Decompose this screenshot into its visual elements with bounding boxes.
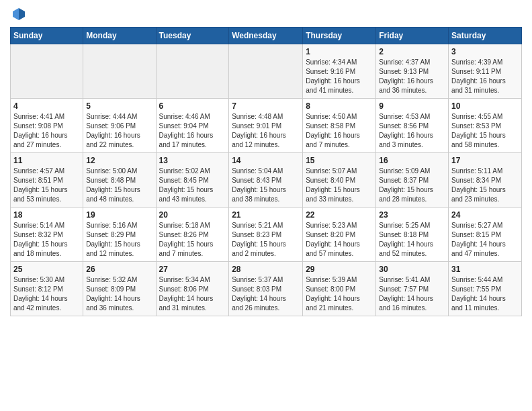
day-number: 16	[379, 156, 445, 165]
calendar-cell: 16Sunrise: 5:09 AM Sunset: 8:37 PM Dayli…	[376, 153, 449, 208]
day-info: Sunrise: 5:14 AM Sunset: 8:32 PM Dayligh…	[13, 221, 80, 259]
weekday-thursday: Thursday	[303, 28, 376, 44]
day-number: 7	[232, 101, 300, 111]
day-number: 30	[379, 265, 445, 274]
day-info: Sunrise: 5:25 AM Sunset: 8:18 PM Dayligh…	[379, 221, 445, 259]
day-info: Sunrise: 5:37 AM Sunset: 8:03 PM Dayligh…	[232, 275, 300, 313]
day-number: 17	[451, 156, 519, 165]
day-number: 9	[379, 101, 445, 111]
weekday-friday: Friday	[376, 28, 449, 44]
calendar-cell: 24Sunrise: 5:27 AM Sunset: 8:15 PM Dayli…	[449, 208, 522, 262]
calendar-cell: 2Sunrise: 4:37 AM Sunset: 9:13 PM Daylig…	[376, 44, 449, 99]
day-number: 22	[306, 210, 373, 220]
day-number: 25	[13, 265, 80, 274]
day-info: Sunrise: 5:04 AM Sunset: 8:43 PM Dayligh…	[232, 167, 300, 204]
day-number: 27	[159, 265, 226, 274]
calendar-cell: 6Sunrise: 4:46 AM Sunset: 9:04 PM Daylig…	[156, 99, 229, 153]
calendar-cell	[156, 44, 229, 99]
day-number: 14	[232, 156, 300, 165]
calendar-cell: 7Sunrise: 4:48 AM Sunset: 9:01 PM Daylig…	[229, 99, 303, 153]
calendar-cell: 26Sunrise: 5:32 AM Sunset: 8:09 PM Dayli…	[83, 262, 156, 316]
calendar-cell: 31Sunrise: 5:44 AM Sunset: 7:55 PM Dayli…	[449, 262, 522, 316]
day-info: Sunrise: 5:11 AM Sunset: 8:34 PM Dayligh…	[451, 167, 519, 204]
weekday-tuesday: Tuesday	[156, 28, 229, 44]
logo	[10, 7, 26, 21]
calendar-cell	[83, 44, 156, 99]
logo-flag-icon	[11, 7, 26, 21]
day-info: Sunrise: 4:57 AM Sunset: 8:51 PM Dayligh…	[13, 167, 80, 204]
calendar-cell: 21Sunrise: 5:21 AM Sunset: 8:23 PM Dayli…	[229, 208, 303, 262]
day-number: 21	[232, 210, 300, 220]
day-number: 29	[306, 265, 373, 274]
weekday-wednesday: Wednesday	[229, 28, 303, 44]
day-info: Sunrise: 5:34 AM Sunset: 8:06 PM Dayligh…	[159, 275, 226, 313]
day-info: Sunrise: 5:44 AM Sunset: 7:55 PM Dayligh…	[451, 275, 519, 313]
calendar-cell: 1Sunrise: 4:34 AM Sunset: 9:16 PM Daylig…	[303, 44, 376, 99]
day-number: 10	[451, 101, 519, 111]
calendar-cell: 9Sunrise: 4:53 AM Sunset: 8:56 PM Daylig…	[376, 99, 449, 153]
calendar-cell: 17Sunrise: 5:11 AM Sunset: 8:34 PM Dayli…	[449, 153, 522, 208]
day-info: Sunrise: 5:23 AM Sunset: 8:20 PM Dayligh…	[306, 221, 373, 259]
calendar-cell: 4Sunrise: 4:41 AM Sunset: 9:08 PM Daylig…	[11, 99, 83, 153]
calendar-cell: 22Sunrise: 5:23 AM Sunset: 8:20 PM Dayli…	[303, 208, 376, 262]
calendar-cell: 14Sunrise: 5:04 AM Sunset: 8:43 PM Dayli…	[229, 153, 303, 208]
calendar-cell: 12Sunrise: 5:00 AM Sunset: 8:48 PM Dayli…	[83, 153, 156, 208]
week-row-4: 18Sunrise: 5:14 AM Sunset: 8:32 PM Dayli…	[11, 208, 522, 262]
day-info: Sunrise: 5:16 AM Sunset: 8:29 PM Dayligh…	[86, 221, 152, 259]
weekday-header-row: SundayMondayTuesdayWednesdayThursdayFrid…	[11, 28, 522, 44]
day-info: Sunrise: 4:55 AM Sunset: 8:53 PM Dayligh…	[451, 112, 519, 150]
day-number: 19	[86, 210, 152, 220]
calendar-cell	[11, 44, 83, 99]
day-info: Sunrise: 5:27 AM Sunset: 8:15 PM Dayligh…	[451, 221, 519, 259]
day-number: 4	[13, 101, 80, 111]
day-info: Sunrise: 5:21 AM Sunset: 8:23 PM Dayligh…	[232, 221, 300, 259]
calendar-cell: 3Sunrise: 4:39 AM Sunset: 9:11 PM Daylig…	[449, 44, 522, 99]
calendar-cell: 29Sunrise: 5:39 AM Sunset: 8:00 PM Dayli…	[303, 262, 376, 316]
day-info: Sunrise: 4:39 AM Sunset: 9:11 PM Dayligh…	[451, 58, 519, 95]
week-row-1: 1Sunrise: 4:34 AM Sunset: 9:16 PM Daylig…	[11, 44, 522, 99]
day-info: Sunrise: 4:53 AM Sunset: 8:56 PM Dayligh…	[379, 112, 445, 150]
calendar-cell	[229, 44, 303, 99]
day-info: Sunrise: 4:44 AM Sunset: 9:06 PM Dayligh…	[86, 112, 152, 150]
day-number: 2	[379, 47, 445, 56]
calendar-cell: 11Sunrise: 4:57 AM Sunset: 8:51 PM Dayli…	[11, 153, 83, 208]
day-number: 24	[451, 210, 519, 220]
calendar-cell: 15Sunrise: 5:07 AM Sunset: 8:40 PM Dayli…	[303, 153, 376, 208]
svg-marker-0	[19, 8, 25, 20]
day-info: Sunrise: 5:07 AM Sunset: 8:40 PM Dayligh…	[306, 167, 373, 204]
day-info: Sunrise: 5:00 AM Sunset: 8:48 PM Dayligh…	[86, 167, 152, 204]
calendar-cell: 27Sunrise: 5:34 AM Sunset: 8:06 PM Dayli…	[156, 262, 229, 316]
day-info: Sunrise: 5:30 AM Sunset: 8:12 PM Dayligh…	[13, 275, 80, 313]
day-number: 13	[159, 156, 226, 165]
calendar-cell: 5Sunrise: 4:44 AM Sunset: 9:06 PM Daylig…	[83, 99, 156, 153]
calendar-cell: 23Sunrise: 5:25 AM Sunset: 8:18 PM Dayli…	[376, 208, 449, 262]
day-number: 5	[86, 101, 152, 111]
day-number: 23	[379, 210, 445, 220]
calendar-cell: 10Sunrise: 4:55 AM Sunset: 8:53 PM Dayli…	[449, 99, 522, 153]
day-number: 8	[306, 101, 373, 111]
day-info: Sunrise: 4:37 AM Sunset: 9:13 PM Dayligh…	[379, 58, 445, 95]
day-number: 31	[451, 265, 519, 274]
day-info: Sunrise: 5:18 AM Sunset: 8:26 PM Dayligh…	[159, 221, 226, 259]
day-number: 1	[306, 47, 373, 56]
calendar-cell: 25Sunrise: 5:30 AM Sunset: 8:12 PM Dayli…	[11, 262, 83, 316]
day-number: 6	[159, 101, 226, 111]
calendar-table: SundayMondayTuesdayWednesdayThursdayFrid…	[10, 27, 522, 316]
day-info: Sunrise: 4:34 AM Sunset: 9:16 PM Dayligh…	[306, 58, 373, 95]
calendar-cell: 19Sunrise: 5:16 AM Sunset: 8:29 PM Dayli…	[83, 208, 156, 262]
day-number: 20	[159, 210, 226, 220]
day-number: 26	[86, 265, 152, 274]
page: SundayMondayTuesdayWednesdayThursdayFrid…	[0, 0, 532, 323]
day-number: 18	[13, 210, 80, 220]
day-number: 12	[86, 156, 152, 165]
day-info: Sunrise: 4:41 AM Sunset: 9:08 PM Dayligh…	[13, 112, 80, 150]
day-number: 15	[306, 156, 373, 165]
day-number: 11	[13, 156, 80, 165]
calendar-cell: 13Sunrise: 5:02 AM Sunset: 8:45 PM Dayli…	[156, 153, 229, 208]
day-info: Sunrise: 5:09 AM Sunset: 8:37 PM Dayligh…	[379, 167, 445, 204]
day-info: Sunrise: 5:41 AM Sunset: 7:57 PM Dayligh…	[379, 275, 445, 313]
day-info: Sunrise: 4:46 AM Sunset: 9:04 PM Dayligh…	[159, 112, 226, 150]
svg-marker-1	[13, 8, 19, 20]
calendar-cell: 28Sunrise: 5:37 AM Sunset: 8:03 PM Dayli…	[229, 262, 303, 316]
day-number: 28	[232, 265, 300, 274]
